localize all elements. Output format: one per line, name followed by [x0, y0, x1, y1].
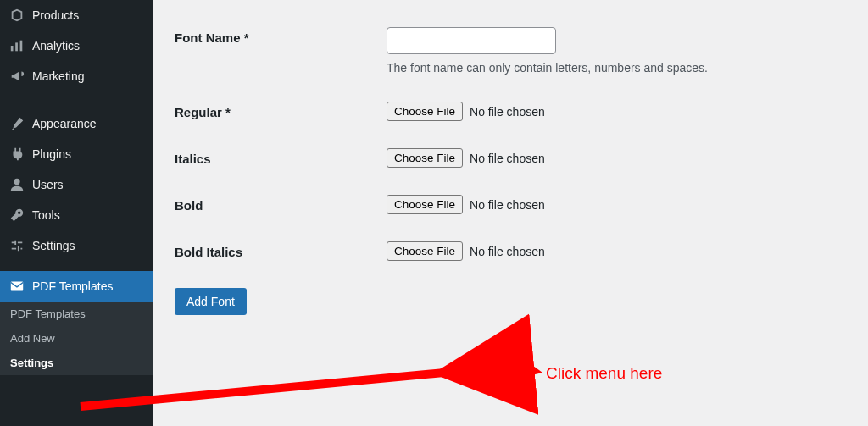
sidebar-item-analytics[interactable]: Analytics — [0, 30, 153, 61]
bold-italics-label: Bold Italics — [175, 241, 387, 259]
box-icon — [8, 7, 25, 24]
mail-icon — [8, 278, 25, 295]
submenu-item-settings[interactable]: Settings — [0, 351, 153, 375]
file-status-bold-italics: No file chosen — [470, 245, 545, 258]
svg-point-3 — [14, 179, 19, 185]
file-status-italics: No file chosen — [470, 152, 545, 165]
choose-file-bold[interactable]: Choose File — [387, 195, 463, 214]
sidebar-item-label: PDF Templates — [32, 279, 113, 293]
sidebar-item-label: Plugins — [32, 147, 71, 161]
megaphone-icon — [8, 68, 25, 85]
choose-file-italics[interactable]: Choose File — [387, 148, 463, 168]
svg-rect-2 — [20, 41, 23, 52]
bold-label: Bold — [175, 195, 387, 213]
sliders-icon — [8, 237, 25, 254]
add-font-button[interactable]: Add Font — [175, 288, 247, 315]
sidebar-item-settings[interactable]: Settings — [0, 230, 153, 261]
admin-sidebar: Products Analytics Marketing Appearance … — [0, 0, 153, 426]
sidebar-item-label: Products — [32, 8, 79, 22]
sidebar-item-users[interactable]: Users — [0, 169, 153, 200]
italics-label: Italics — [175, 148, 387, 166]
choose-file-bold-italics[interactable]: Choose File — [387, 241, 463, 261]
sidebar-item-label: Analytics — [32, 39, 80, 53]
svg-rect-0 — [11, 46, 14, 51]
file-status-bold: No file chosen — [470, 198, 545, 212]
svg-rect-4 — [11, 282, 23, 291]
choose-file-regular[interactable]: Choose File — [387, 102, 463, 121]
sidebar-item-label: Users — [32, 178, 64, 191]
sidebar-item-tools[interactable]: Tools — [0, 200, 153, 230]
regular-label: Regular * — [175, 102, 387, 119]
file-status-regular: No file chosen — [470, 105, 545, 119]
svg-marker-7 — [514, 354, 542, 379]
submenu-item-pdf-templates[interactable]: PDF Templates — [0, 302, 153, 326]
sidebar-item-appearance[interactable]: Appearance — [0, 108, 153, 139]
brush-icon — [8, 115, 25, 132]
main-content: Font Name * The font name can only conta… — [153, 0, 868, 332]
font-name-label: Font Name * — [175, 27, 387, 45]
annotation-text: Click menu here — [546, 364, 662, 383]
user-icon — [8, 176, 25, 193]
sidebar-submenu: PDF Templates Add New Settings — [0, 302, 153, 375]
sidebar-item-plugins[interactable]: Plugins — [0, 139, 153, 169]
font-name-help: The font name can only contain letters, … — [387, 61, 851, 75]
font-name-input[interactable] — [387, 27, 556, 54]
sidebar-item-pdf-templates[interactable]: PDF Templates — [0, 271, 153, 302]
bars-icon — [8, 37, 25, 54]
sidebar-item-marketing[interactable]: Marketing — [0, 61, 153, 91]
plug-icon — [8, 146, 25, 163]
sidebar-item-label: Marketing — [32, 69, 84, 83]
sidebar-item-products[interactable]: Products — [0, 0, 153, 30]
sidebar-item-label: Tools — [32, 208, 60, 222]
svg-rect-1 — [15, 42, 18, 51]
wrench-icon — [8, 207, 25, 224]
sidebar-item-label: Appearance — [32, 117, 97, 130]
submenu-item-add-new[interactable]: Add New — [0, 326, 153, 351]
sidebar-item-label: Settings — [32, 239, 75, 252]
